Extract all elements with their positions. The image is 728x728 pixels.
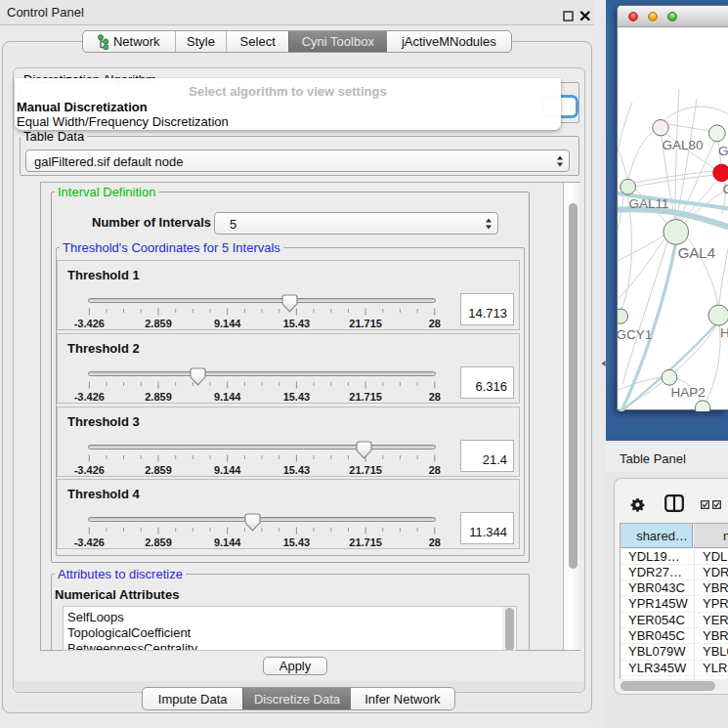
svg-text:HI: HI (720, 325, 728, 340)
svg-text:GAL11: GAL11 (628, 196, 668, 211)
svg-text:HAP2: HAP2 (670, 385, 705, 400)
svg-text:GAL80: GAL80 (663, 138, 704, 152)
svg-text:GCY1: GCY1 (618, 327, 652, 342)
svg-text:GA: GA (718, 144, 728, 158)
svg-text:GAL4: GAL4 (678, 244, 715, 261)
svg-text:C: C (722, 182, 728, 196)
